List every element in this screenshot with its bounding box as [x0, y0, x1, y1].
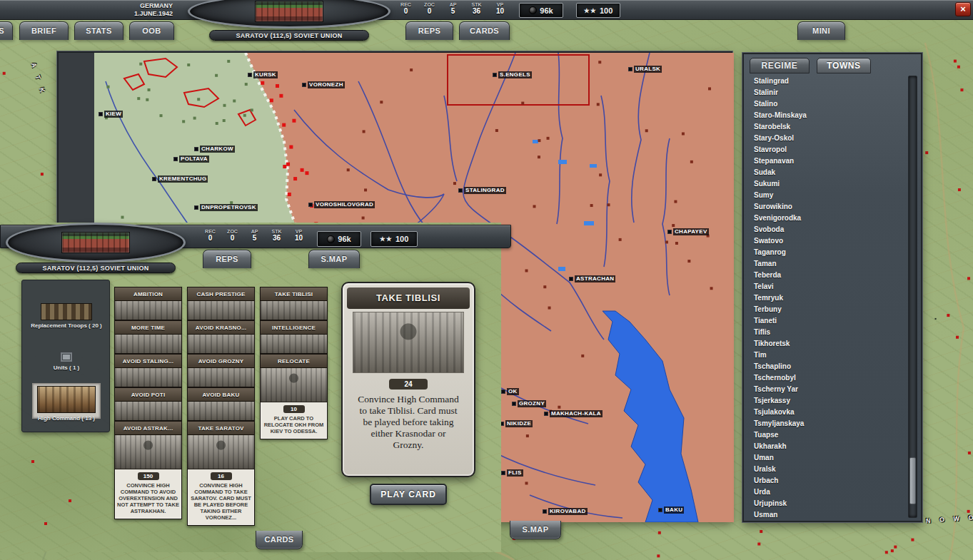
town-row[interactable]: Surowikino [748, 201, 908, 213]
city-marker-icon [543, 509, 547, 514]
town-row[interactable]: Urjupinsk [748, 498, 908, 509]
town-row[interactable]: Ukharakh [748, 441, 908, 452]
town-row[interactable]: Svoboda [748, 224, 908, 235]
play-card-button[interactable]: PLAY CARD [370, 484, 447, 505]
tab-regime[interactable]: REGIME [750, 58, 810, 73]
turn-info: GERMANY 1.JUNE.1942 [93, 2, 173, 18]
tab-towns[interactable]: TOWNS [817, 58, 871, 73]
sidebar-item-high-command[interactable]: High Command ( 13 ) [22, 386, 111, 422]
location-picture [255, 1, 323, 22]
town-row[interactable]: Starobelsk [748, 121, 908, 133]
card-title: AVOID BAKU [188, 388, 254, 402]
tab-reps[interactable]: REPS [405, 21, 453, 40]
town-row[interactable]: Swatovo [748, 235, 908, 247]
town-row[interactable]: Tscherny Yar [748, 384, 908, 395]
town-row[interactable]: Stalinir [748, 87, 908, 98]
city-label: OK [507, 388, 519, 395]
town-row[interactable]: Sudak [748, 167, 908, 178]
tab-brief[interactable]: BRIEF [19, 21, 69, 40]
card[interactable]: TAKE TIBLISI [260, 287, 328, 320]
town-row[interactable]: Usman [748, 509, 908, 521]
town-row[interactable]: Tianeti [748, 315, 908, 327]
card-photo [353, 312, 464, 373]
town-row[interactable]: Taganrog [748, 247, 908, 258]
card[interactable]: AVOID STALING... [114, 354, 182, 387]
town-row[interactable]: Uralsk [748, 464, 908, 475]
city-label: MAKHACH-KALA [550, 410, 603, 417]
town-row[interactable]: Stalingrad [748, 76, 908, 87]
close-button[interactable]: × [955, 2, 971, 16]
selected-card-preview[interactable]: TAKE TIBLISI 24 Convince High Command to… [341, 282, 475, 477]
card[interactable]: INTELLIGENCE [260, 320, 328, 354]
card-photo [188, 402, 254, 420]
tab-cards-bottom[interactable]: CARDS [256, 531, 303, 549]
card-photo [115, 435, 181, 469]
card[interactable]: AVOID KRASNO... [187, 320, 255, 354]
town-row[interactable]: Sukumi [748, 178, 908, 190]
card[interactable]: RELOCATE 10 PLAY CARD TO RELOCATE OKH FR… [260, 354, 328, 439]
town-row[interactable]: Urbach [748, 475, 908, 487]
town-row[interactable]: Staro-Minskaya [748, 110, 908, 121]
stat: VP 10 [288, 229, 310, 242]
tab-partial[interactable]: S [0, 21, 13, 40]
town-row[interactable]: Tsmyljanskaya [748, 418, 908, 429]
card-stack-2: CASH PRESTIGE AVOID KRASNO... AVOID GROZ… [187, 287, 255, 526]
city-marker-icon [628, 67, 632, 71]
town-row[interactable]: Telavi [748, 281, 908, 292]
card[interactable]: AMBITION [114, 287, 182, 320]
town-row[interactable]: Stary-Oskol [748, 133, 908, 144]
tab-reps-cards-window[interactable]: REPS [203, 250, 251, 268]
town-row[interactable]: Tikhoretsk [748, 338, 908, 350]
tab-stats[interactable]: STATS [74, 21, 123, 40]
town-row[interactable]: Teberda [748, 270, 908, 281]
tab-oob[interactable]: OOB [129, 21, 174, 40]
town-row[interactable]: Tuapse [748, 429, 908, 441]
town-row[interactable]: Tim [748, 350, 908, 361]
town-row[interactable]: Tschaplino [748, 361, 908, 372]
tab-mini[interactable]: MINI [797, 21, 845, 40]
town-row[interactable]: Tschernobyl [748, 372, 908, 384]
tab-smap-bottom[interactable]: S.MAP [510, 521, 561, 539]
card-body: 150 CONVINCE HIGH COMMAND TO AVOID OVERE… [115, 469, 181, 519]
town-row[interactable]: Stalino [748, 98, 908, 110]
town-row[interactable]: Urda [748, 487, 908, 498]
city-label: KIROVABAD [548, 508, 588, 515]
town-row[interactable]: Tsjerkassy [748, 395, 908, 407]
card[interactable]: AVOID BAKU [187, 387, 255, 421]
city-marker-icon [569, 277, 573, 281]
sidebar-item-units[interactable]: Units ( 1 ) [22, 352, 111, 371]
city-label: POLTAVA [179, 156, 209, 163]
card[interactable]: AVOID POTI [114, 387, 182, 421]
card-body: 10 PLAY CARD TO RELOCATE OKH FROM KIEV T… [261, 402, 327, 439]
city-label: DNPROPETROVSK [200, 204, 258, 211]
tab-cards[interactable]: CARDS [459, 21, 510, 40]
town-row[interactable]: Uman [748, 452, 908, 464]
country-label: GERMANY [93, 2, 173, 10]
towns-scrollbar[interactable] [908, 76, 917, 518]
terrain-dot [44, 522, 47, 525]
city-label: URALSK [634, 66, 662, 73]
town-row[interactable]: Sumy [748, 190, 908, 201]
town-row[interactable]: Tiflis [748, 327, 908, 338]
town-row[interactable]: Terbuny [748, 304, 908, 315]
city-marker-icon [99, 112, 103, 116]
card-photo [115, 301, 181, 320]
card[interactable]: AVOID ASTRAK... 150 CONVINCE HIGH COMMAN… [114, 421, 182, 519]
town-row[interactable]: Stavropol [748, 144, 908, 156]
tab-smap-cards-window[interactable]: S.MAP [308, 250, 360, 268]
card-body: 16 CONVINCE HIGH COMMAND TO TAKE SARATOV… [188, 469, 254, 525]
city-label: GROZNY [518, 400, 546, 407]
town-row[interactable]: Tsjulakovka [748, 407, 908, 418]
town-row[interactable]: Temryuk [748, 292, 908, 304]
city-label: KREMENTCHUG [158, 175, 208, 183]
stat: STK 36 [465, 2, 488, 15]
scrollbar-thumb[interactable] [909, 457, 916, 504]
card[interactable]: AVOID GROZNY [187, 354, 255, 387]
town-row[interactable]: Svenigorodka [748, 213, 908, 224]
card[interactable]: CASH PRESTIGE [187, 287, 255, 320]
card[interactable]: MORE TIME [114, 320, 182, 354]
town-row[interactable]: Stepanavan [748, 156, 908, 167]
town-row[interactable]: Taman [748, 258, 908, 270]
card[interactable]: TAKE SARATOV 16 CONVINCE HIGH COMMAND TO… [187, 421, 255, 526]
sidebar-item-replacement-troops[interactable]: Replacement Troops ( 20 ) [22, 303, 111, 329]
